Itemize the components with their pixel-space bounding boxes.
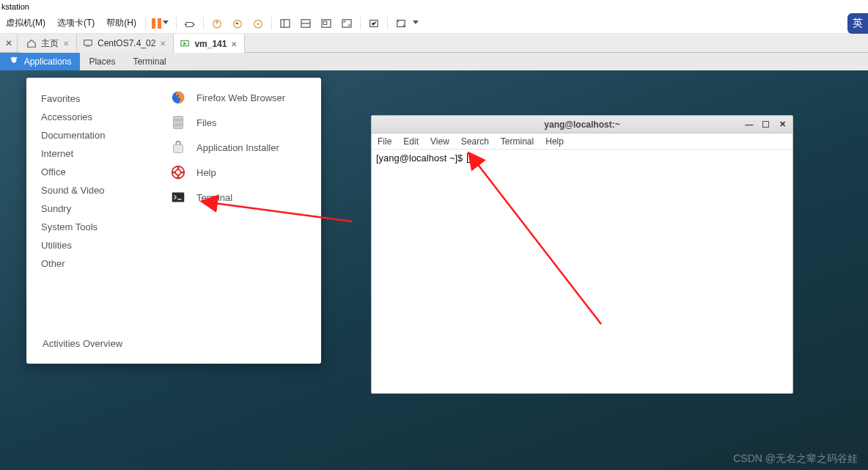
stretch-dropdown-icon[interactable] [413,21,419,24]
pause-icon[interactable] [152,18,161,29]
pause-dropdown-icon[interactable] [163,21,169,24]
tab-home-label: 主页 [41,37,59,50]
app-firefox[interactable]: Firefox Web Browser [170,85,285,110]
snapshot-revert-icon[interactable] [231,17,244,30]
svg-rect-0 [185,23,186,26]
view-fullscreen-icon[interactable] [340,17,353,30]
menu-tabs[interactable]: 选项卡(T) [51,17,100,29]
menu-vm[interactable]: 虚拟机(M) [0,17,51,29]
close-icon[interactable]: ✕ [63,40,69,48]
svg-rect-11 [342,19,351,27]
shopping-bag-icon [170,139,186,155]
tab-home[interactable]: 主页 ✕ [21,34,77,53]
file-cabinet-icon [170,114,186,131]
svg-marker-17 [184,42,187,45]
term-menu-view[interactable]: View [430,136,449,147]
tab-centos[interactable]: CentOS7.4_02 ✕ [77,34,174,53]
view-single-icon[interactable] [279,17,292,30]
usb-icon[interactable] [183,17,196,30]
category-utilities[interactable]: Utilities [41,236,151,254]
monitor-icon [83,38,93,48]
close-icon[interactable]: ✕ [160,40,166,48]
monitor-active-icon [180,39,190,49]
terminal-body[interactable]: [yang@localhost ~]$ [372,150,792,166]
svg-rect-27 [172,193,185,202]
svg-rect-14 [84,40,92,45]
foot-icon [9,56,19,66]
cursor-icon [467,153,472,163]
vm-menubar: 虚拟机(M) 选项卡(T) 帮助(H) [0,13,868,34]
snapshot-take-icon[interactable] [210,17,224,30]
category-list: Favorites Accessories Documentation Inte… [41,89,151,273]
vm-tabstrip: ✕ 主页 ✕ CentOS7.4_02 ✕ vm_141 ✕ [0,34,868,53]
term-menu-terminal[interactable]: Terminal [501,136,534,147]
app-help-label: Help [196,167,216,178]
snapshot-manage-icon[interactable] [251,17,265,30]
svg-rect-10 [323,21,327,25]
home-icon [26,38,37,48]
minimize-icon[interactable]: — [743,119,755,131]
category-office[interactable]: Office [41,163,151,181]
gnome-applications[interactable]: Applications [0,53,80,70]
enter-fullscreen-icon[interactable] [367,17,380,30]
svg-rect-24 [174,144,183,153]
category-accessories[interactable]: Accessories [41,108,151,126]
svg-rect-21 [174,117,183,129]
app-terminal[interactable]: Terminal [170,185,285,210]
terminal-titlebar[interactable]: yang@localhost:~ — ✕ [372,116,792,133]
gnome-terminal-menu[interactable]: Terminal [124,53,174,70]
svg-point-26 [175,169,180,175]
gnome-top-bar: Applications Places Terminal [0,53,868,70]
category-system-tools[interactable]: System Tools [41,218,151,236]
app-list: Firefox Web Browser Files Application In… [170,85,285,210]
sidebar-close-icon[interactable]: ✕ [0,34,18,52]
view-console-icon[interactable] [299,17,312,30]
category-other[interactable]: Other [41,254,151,273]
svg-rect-23 [174,123,181,127]
svg-rect-5 [281,19,290,27]
close-icon[interactable]: ✕ [231,40,237,48]
gnome-applications-label: Applications [24,56,72,67]
guest-desktop: Applications Places Terminal Favorites A… [0,53,868,470]
terminal-title: yang@localhost:~ [372,120,792,130]
term-menu-edit[interactable]: Edit [403,136,419,147]
close-icon[interactable]: ✕ [776,119,788,131]
app-files-label: Files [196,117,216,128]
term-menu-help[interactable]: Help [545,136,564,147]
svg-rect-22 [174,119,181,122]
svg-point-18 [11,57,12,59]
ime-badge[interactable]: 英 [847,13,868,34]
menu-help[interactable]: 帮助(H) [100,17,142,29]
applications-menu-popup: Favorites Accessories Documentation Inte… [26,78,321,364]
app-help[interactable]: Help [170,160,285,185]
category-sundry[interactable]: Sundry [41,199,151,218]
category-favorites[interactable]: Favorites [41,89,151,108]
tab-vm141[interactable]: vm_141 ✕ [174,34,245,53]
svg-point-19 [16,57,18,59]
term-menu-search[interactable]: Search [461,136,489,147]
app-firefox-label: Firefox Web Browser [196,92,285,103]
term-menu-file[interactable]: File [378,136,391,147]
terminal-menubar: File Edit View Search Terminal Help [372,133,792,150]
app-files[interactable]: Files [170,110,285,135]
host-titlebar: kstation [0,0,868,13]
tab-centos-label: CentOS7.4_02 [98,38,155,48]
firefox-icon [170,89,186,106]
svg-point-4 [257,23,260,25]
activities-overview[interactable]: Activities Overview [43,338,122,349]
stretch-icon[interactable] [394,17,408,30]
gnome-places[interactable]: Places [80,53,124,70]
tab-vm141-label: vm_141 [194,39,227,49]
terminal-icon [170,189,186,205]
terminal-prompt: [yang@localhost ~]$ [376,153,466,164]
app-terminal-label: Terminal [196,192,232,203]
category-sound-video[interactable]: Sound & Video [41,181,151,199]
category-documentation[interactable]: Documentation [41,126,151,144]
maximize-icon[interactable] [762,121,769,128]
app-installer[interactable]: Application Installer [170,135,285,160]
lifebuoy-icon [170,164,186,180]
app-installer-label: Application Installer [196,142,279,153]
view-thumbnail-icon[interactable] [320,17,333,30]
category-internet[interactable]: Internet [41,144,151,163]
watermark: CSDN @无名之辈之码谷娃 [733,452,858,466]
